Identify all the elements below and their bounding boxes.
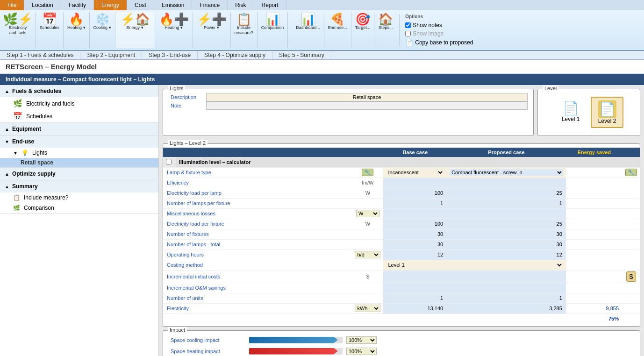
fixtures-proposed[interactable]: 30 [447, 229, 566, 239]
initial-costs-base[interactable] [383, 270, 447, 283]
tab-file[interactable]: File [0, 0, 24, 10]
initial-costs-proposed[interactable] [447, 270, 566, 283]
electricity-base-value[interactable]: 13,140 [383, 303, 447, 313]
misc-losses-base[interactable] [383, 208, 447, 219]
om-savings-base[interactable] [383, 283, 447, 293]
tab-report[interactable]: Report [254, 0, 286, 10]
ribbon-btn-energy[interactable]: ⚡🏠 Energy ▾ [115, 12, 155, 48]
level2-button[interactable]: 📄 Level 2 [591, 97, 623, 128]
misc-losses-unit-cell[interactable]: W [352, 208, 383, 219]
show-image-option[interactable]: Show image [405, 30, 473, 37]
fixtures-base[interactable]: 30 [383, 229, 447, 239]
costing-select[interactable]: Level 1 [386, 262, 563, 268]
efficiency-base[interactable] [383, 178, 447, 188]
tab-risk[interactable]: Risk [228, 0, 254, 10]
pct-proposed-cell [447, 313, 566, 324]
tab-energy[interactable]: Energy [94, 0, 127, 10]
initial-costs-end[interactable]: $ [623, 270, 640, 283]
table-row-costing: Costing method Level 1 [163, 260, 640, 270]
description-value-cell [206, 93, 528, 101]
ribbon-btn-cooling[interactable]: ❄️ Cooling ▾ [90, 12, 115, 48]
misc-losses-unit-select[interactable]: W [356, 210, 379, 217]
lights-data-table: Base case Proposed case Energy saved Ill… [163, 148, 640, 324]
tab-location[interactable]: Location [24, 0, 61, 10]
electricity-unit-select[interactable]: kWh [355, 305, 380, 312]
cooling-value-select[interactable]: 100% [346, 336, 377, 344]
tab-emission[interactable]: Emission [154, 0, 193, 10]
tab-finance[interactable]: Finance [192, 0, 228, 10]
units-base[interactable]: 1 [383, 293, 447, 303]
illumination-checkbox-cell[interactable] [163, 157, 176, 167]
lamps-per-fixture-base[interactable]: 1 [383, 198, 447, 208]
elec-load-fixture-base[interactable]: 100 [383, 219, 447, 229]
lamps-per-fixture-proposed[interactable]: 1 [447, 198, 566, 208]
ribbon-btn-include[interactable]: 📋 Includemeasure? [231, 12, 258, 48]
ribbon-btn-enduse[interactable]: 🍕 End-use... [324, 12, 351, 48]
note-value-cell [206, 101, 528, 110]
note-input[interactable] [206, 101, 528, 110]
costing-value-cell[interactable]: Level 1 [383, 260, 565, 270]
elec-load-lamp-proposed[interactable]: 25 [447, 188, 566, 198]
ribbon-btn-schedules[interactable]: 📅 Schedules [36, 12, 64, 48]
electricity-proposed-value[interactable]: 3,285 [447, 303, 566, 313]
efficiency-proposed[interactable] [447, 178, 566, 188]
sidebar-equipment-header[interactable]: ▲ Equipment [0, 123, 158, 135]
lamp-base-cell[interactable]: Incandescent [383, 167, 447, 178]
lamps-total-proposed[interactable]: 30 [447, 239, 566, 249]
lamps-total-base[interactable]: 30 [383, 239, 447, 249]
lamp-type-btn-cell[interactable]: 🔧 [352, 167, 383, 178]
electricity-unit-cell[interactable]: kWh [352, 303, 383, 313]
sidebar-summary-header[interactable]: ▲ Summary [0, 180, 158, 192]
operating-hours-unit-cell[interactable]: h/d [352, 249, 383, 260]
sidebar-item-schedules[interactable]: 📅 Schedules [0, 110, 158, 122]
sidebar-item-lights[interactable]: ▼ 💡 Lights [0, 148, 158, 158]
ribbon-btn-comparison[interactable]: 📊 Comparison [258, 12, 288, 48]
ribbon-btn-steps[interactable]: 🏠 Steps... [374, 12, 397, 48]
sidebar-fuels-header[interactable]: ▲ Fuels & schedules [0, 85, 158, 97]
tab-facility[interactable]: Facility [61, 0, 94, 10]
sidebar-item-electricity[interactable]: 🌿 Electricity and fuels [0, 97, 158, 110]
enduse-section-title: End-use [12, 138, 34, 145]
sidebar-item-include[interactable]: 📋 Include measure? [0, 192, 158, 203]
ribbon-btn-electricity[interactable]: 🌿⚡ Electricityand fuels [0, 12, 36, 48]
ribbon-btn-target[interactable]: 🎯 Target... [351, 12, 375, 48]
lamp-plus-button[interactable]: 🔧 [362, 169, 373, 176]
measure-bar: Individual measure – Compact fluorescent… [0, 74, 644, 85]
lamp-proposed-cell[interactable]: Compact fluorescent - screw-in [447, 167, 566, 178]
sidebar-item-comparison[interactable]: 🌿 Comparison [0, 203, 158, 213]
level1-button[interactable]: 📄 Level 1 [554, 97, 587, 128]
lamp-proposed-add-btn[interactable]: 🔧 [625, 169, 637, 176]
lamp-end-spacer[interactable]: 🔧 [623, 167, 640, 178]
efficiency-unit: lm/W [352, 178, 383, 188]
lamp-proposed-select[interactable]: Compact fluorescent - screw-in [450, 169, 563, 176]
operating-hours-base[interactable]: 12 [383, 249, 447, 260]
illumination-checkbox[interactable] [166, 159, 172, 164]
misc-losses-proposed[interactable] [447, 208, 566, 219]
th-spacer1 [352, 148, 383, 157]
copy-base-option[interactable]: 📄 Copy base to proposed [405, 39, 473, 46]
operating-hours-unit-select[interactable]: h/d [355, 251, 380, 258]
initial-costs-unit: $ [352, 270, 383, 283]
description-input[interactable] [206, 93, 528, 101]
elec-load-fixture-proposed[interactable]: 25 [447, 219, 566, 229]
summary-chevron: ▲ [5, 184, 9, 189]
show-notes-option[interactable]: Show notes [405, 22, 473, 28]
lamp-base-select[interactable]: Incandescent [386, 169, 444, 176]
dollar-button[interactable]: $ [626, 271, 637, 282]
heating-value-select[interactable]: 100% [346, 348, 377, 355]
tab-cost[interactable]: Cost [127, 0, 154, 10]
units-proposed[interactable]: 1 [447, 293, 566, 303]
ribbon-btn-dashboard[interactable]: 📊 Dashboard... [292, 12, 324, 48]
operating-hours-proposed[interactable]: 12 [447, 249, 566, 260]
show-image-checkbox[interactable] [405, 31, 411, 36]
om-savings-proposed[interactable] [447, 283, 566, 293]
elec-load-lamp-base[interactable]: 100 [383, 188, 447, 198]
ribbon-btn-heating[interactable]: 🔥 Heating ▾ [64, 12, 90, 48]
sidebar-optimize-header[interactable]: ▲ Optimize supply [0, 168, 158, 180]
show-notes-checkbox[interactable] [405, 22, 411, 28]
lamps-per-fixture-label: Number of lamps per fixture [163, 198, 352, 208]
ribbon-btn-power[interactable]: ⚡➕ Power ▾ [193, 12, 231, 48]
sidebar-enduse-header[interactable]: ▼ End-use [0, 135, 158, 148]
ribbon-btn-heating2[interactable]: 🔥➕ Heating ▾ [155, 12, 193, 48]
sidebar-item-retail-space[interactable]: Retail space [0, 158, 158, 167]
